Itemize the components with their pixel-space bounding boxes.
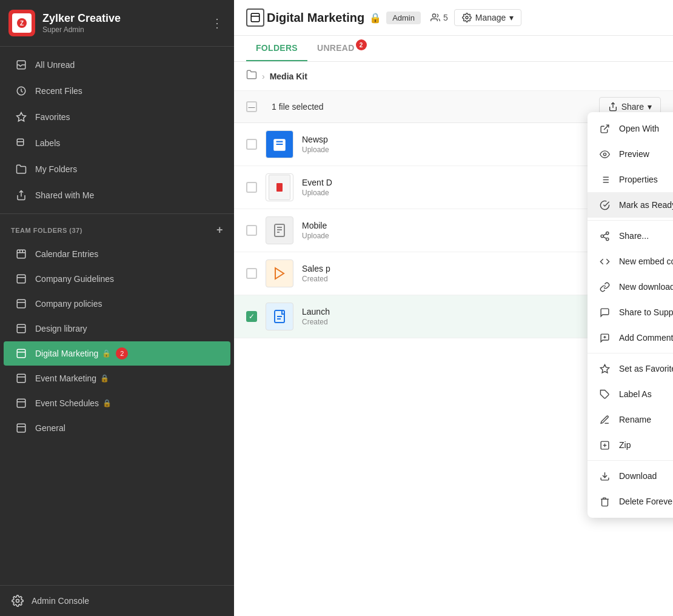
file-checkbox[interactable]: [246, 139, 257, 150]
file-checkbox[interactable]: [246, 182, 257, 193]
team-folder-design-library[interactable]: Design library: [4, 316, 230, 341]
team-folder-label: Company policies: [35, 299, 102, 309]
context-menu-preview[interactable]: Preview: [588, 141, 673, 167]
context-menu-rename[interactable]: Rename: [588, 407, 673, 432]
file-checkbox[interactable]: [246, 268, 257, 279]
rename-icon: [598, 413, 611, 426]
team-folder-calendar[interactable]: Calendar Entries: [4, 242, 230, 266]
context-menu-share[interactable]: Share... ›: [588, 223, 673, 249]
svg-marker-4: [17, 113, 26, 121]
settings-icon: [11, 594, 24, 608]
menu-item-label: Rename: [619, 415, 673, 424]
team-folder-digital-marketing[interactable]: Digital Marketing 🔒 2: [4, 341, 230, 366]
team-folder-company-policies[interactable]: Company policies: [4, 292, 230, 316]
context-menu-download[interactable]: Download: [588, 463, 673, 489]
context-menu-add-comment[interactable]: Add Comment...: [588, 325, 673, 350]
context-menu-properties[interactable]: Properties: [588, 167, 673, 192]
context-menu: Open With › Preview Properties Mark as R…: [588, 112, 673, 518]
team-folder-label: Event Schedules: [35, 398, 99, 408]
tab-unread[interactable]: UNREAD 2: [307, 36, 364, 61]
add-team-folder-button[interactable]: +: [216, 224, 223, 236]
sidebar-item-all-unread[interactable]: All Unread: [4, 52, 230, 78]
file-thumbnail: [266, 259, 293, 287]
context-menu-label-as[interactable]: Label As ›: [588, 381, 673, 407]
admin-console-label: Admin Console: [32, 596, 89, 606]
svg-rect-24: [17, 424, 25, 432]
svg-line-43: [604, 125, 609, 130]
admin-console-item[interactable]: Admin Console: [0, 585, 234, 616]
svg-line-55: [603, 233, 606, 235]
breadcrumb: › Media Kit: [234, 62, 673, 91]
brand-name: Zylker Creative: [42, 12, 121, 25]
sidebar-item-recent-files[interactable]: Recent Files: [4, 78, 230, 104]
sidebar-item-shared-with-me[interactable]: Shared with Me: [4, 182, 230, 208]
team-folder-company-guidelines[interactable]: Company Guidelines: [4, 267, 230, 291]
manage-button[interactable]: Manage ▾: [454, 9, 522, 26]
context-menu-new-embed-code[interactable]: New embed code: [588, 249, 673, 274]
team-folder-icon: [15, 272, 28, 286]
menu-item-label: Open With: [619, 124, 673, 133]
svg-rect-18: [17, 349, 25, 358]
support-icon: [598, 306, 611, 318]
menu-item-label: New embed code: [619, 256, 673, 266]
sidebar-item-label: My Folders: [35, 164, 77, 174]
sidebar-item-labels[interactable]: Labels: [4, 130, 230, 156]
svg-rect-12: [17, 275, 25, 283]
sidebar-item-my-folders[interactable]: My Folders: [4, 156, 230, 182]
star-icon: [15, 110, 28, 124]
team-folder-icon: [15, 247, 28, 261]
file-checkbox[interactable]: [246, 225, 257, 236]
context-menu-open-with[interactable]: Open With ›: [588, 116, 673, 141]
menu-item-label: Share to Support: [619, 307, 673, 317]
context-menu-zip[interactable]: Zip: [588, 432, 673, 458]
zip-icon: [598, 439, 611, 451]
breadcrumb-path: Media Kit: [270, 72, 307, 81]
sidebar-item-label: Favorites: [35, 112, 70, 122]
file-thumbnail: [266, 130, 293, 158]
shared-icon: [15, 189, 28, 202]
file-selected-text: 1 file selected: [272, 102, 324, 112]
team-folder-event-marketing[interactable]: Event Marketing 🔒: [4, 366, 230, 390]
file-thumbnail: [266, 216, 293, 244]
tabs: FOLDERS UNREAD 2: [234, 36, 673, 62]
context-menu-new-download-link[interactable]: New download link: [588, 274, 673, 300]
open-with-icon: [598, 122, 611, 135]
context-menu-share-to-support[interactable]: Share to Support: [588, 300, 673, 325]
team-folders-section: TEAM FOLDERS (37) + Calendar Entries Com…: [0, 214, 234, 585]
sidebar-nav: All Unread Recent Files Favorites Labels…: [0, 47, 234, 214]
sidebar: Z Zylker Creative Super Admin ⋮ All Unre…: [0, 0, 234, 616]
folder-type-icon: [246, 8, 264, 27]
context-menu-set-favorite[interactable]: Set as Favorite: [588, 356, 673, 381]
svg-rect-20: [17, 374, 25, 383]
brand-logo: Z: [8, 10, 35, 36]
menu-item-label: Download: [619, 471, 673, 481]
team-folder-general[interactable]: General: [4, 416, 230, 440]
team-folder-label: General: [35, 423, 65, 433]
admin-badge: Admin: [386, 12, 421, 24]
menu-divider: [588, 353, 673, 353]
svg-line-54: [603, 236, 606, 238]
file-checkbox[interactable]: ✓: [246, 311, 257, 322]
svg-point-52: [601, 235, 603, 237]
svg-marker-39: [275, 268, 284, 279]
team-folder-event-schedules[interactable]: Event Schedules 🔒: [4, 391, 230, 415]
menu-divider: [588, 220, 673, 221]
context-menu-mark-as-ready[interactable]: Mark as Ready: [588, 192, 673, 218]
context-menu-delete-forever[interactable]: Delete Forever: [588, 489, 673, 514]
sidebar-item-favorites[interactable]: Favorites: [4, 104, 230, 130]
main-content: Digital Marketing 🔒 Admin 5 Manage ▾ FOL…: [234, 0, 673, 616]
gear-icon: [462, 13, 472, 22]
svg-rect-14: [17, 300, 25, 308]
mark-ready-icon: [598, 199, 611, 211]
sidebar-item-label: Labels: [35, 138, 60, 148]
menu-item-label: Properties: [619, 175, 673, 184]
tab-folders[interactable]: FOLDERS: [246, 36, 307, 61]
menu-divider: [588, 460, 673, 461]
sidebar-menu-button[interactable]: ⋮: [209, 13, 226, 33]
share-icon: [608, 102, 618, 112]
download-link-icon: [598, 281, 611, 293]
tag-icon: [15, 136, 28, 150]
select-all-checkbox[interactable]: —: [246, 101, 257, 112]
users-icon: [430, 13, 440, 22]
breadcrumb-folder-icon: [246, 69, 257, 83]
